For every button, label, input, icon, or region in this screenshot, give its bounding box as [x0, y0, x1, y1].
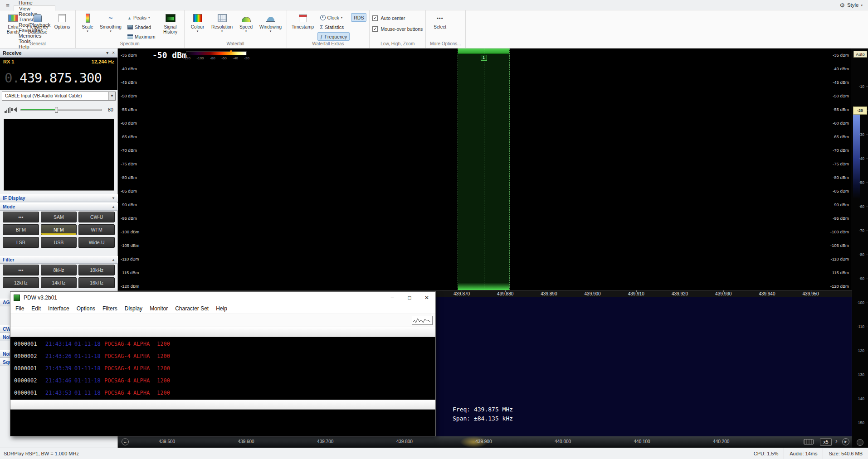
menu-item-help[interactable]: Help [212, 305, 231, 312]
minimize-button[interactable]: – [384, 292, 401, 304]
menu-item-monitor[interactable]: Monitor [146, 305, 171, 312]
app-menu-icon[interactable]: ≡ [2, 0, 14, 10]
tab-home[interactable]: Home [14, 0, 55, 5]
gear-icon [839, 2, 845, 9]
select-button[interactable]: Select [429, 11, 451, 30]
statistics-button[interactable]: Statistics [317, 23, 350, 31]
shaded-button[interactable]: Shaded [125, 23, 158, 31]
scale-tick-label: -150 [857, 420, 864, 425]
spectrum-freq-label: 439.920 [672, 291, 688, 296]
mode-button-wfm[interactable]: WFM [78, 224, 115, 235]
peaks-button[interactable]: Peaks ▾ [125, 13, 158, 22]
auto-center-checkbox[interactable]: ✓ Auto center [372, 13, 405, 23]
volume-slider[interactable] [20, 109, 102, 111]
mode-button-nfm[interactable]: NFM [41, 224, 77, 235]
timestamp-button[interactable]: Timestamp [290, 11, 316, 30]
colour-button[interactable]: Colour ▾ [187, 11, 208, 33]
pdw-message-row[interactable]: 000000221:43:2601-11-18POCSAG-4ALPHA1200… [10, 351, 435, 363]
receive-panel-header[interactable]: Receive ▾ × [0, 48, 117, 58]
spectrum-display[interactable]: -35 dBm-40 dBm-45 dBm-50 dBm-55 dBm-60 d… [118, 48, 852, 297]
rx-filter-band[interactable]: 1 [458, 48, 510, 290]
pdw-message-row[interactable]: 000000221:43:4601-11-18POCSAG-4ALPHA1200… [10, 375, 435, 387]
smoothing-button[interactable]: Smoothing ▾ [98, 11, 123, 33]
rx-label: RX 1 [3, 59, 14, 64]
filter-button-more[interactable]: ••• [3, 265, 39, 275]
section-if-display[interactable]: IF Display ▼ [0, 194, 118, 202]
rds-button[interactable]: RDS [351, 13, 366, 22]
pdw-filtered-header[interactable] [10, 400, 435, 410]
resolution-icon [218, 14, 227, 22]
windowing-button[interactable]: Windowing ▾ [258, 11, 284, 33]
band-navigation-bar[interactable]: ← 439.500439.600439.700439.800439.900440… [118, 436, 852, 448]
scale-tick-label: -70 [859, 228, 864, 233]
frequency-display[interactable]: 0.439.875.300 [0, 66, 117, 90]
resolution-button[interactable]: Resolution ▾ [210, 11, 235, 33]
maximum-button[interactable]: Maximum [125, 32, 158, 41]
sigma-icon [320, 24, 323, 30]
mode-button-more[interactable]: ••• [3, 212, 39, 222]
filter-button-12khz[interactable]: 12kHz [3, 277, 39, 288]
signal-history-button[interactable]: Signal History [160, 11, 181, 35]
frequency-button[interactable]: Frequency [317, 32, 350, 41]
keyboard-icon[interactable] [804, 439, 814, 445]
pdw-title-bar[interactable]: PDW v3.2b01 – □ ✕ [10, 292, 435, 304]
menu-item-edit[interactable]: Edit [28, 305, 44, 312]
level-bars-icon[interactable] [5, 106, 10, 113]
audio-device-select[interactable]: CABLE Input (VB-Audio Virtual Cable) ▼ [2, 92, 116, 101]
speaker-icon[interactable] [14, 107, 17, 112]
mode-button-usb[interactable]: USB [41, 237, 77, 248]
section-filter[interactable]: Filter ▲ [0, 256, 118, 264]
arrow-left-circle-icon[interactable]: ← [122, 438, 129, 445]
pdw-message-row[interactable]: 000000121:43:1401-11-18POCSAG-4ALPHA1200… [10, 338, 435, 351]
pdw-filtered-list[interactable] [10, 410, 435, 436]
menu-item-file[interactable]: File [12, 305, 28, 312]
menu-item-interface[interactable]: Interface [44, 305, 73, 312]
scale-tick-label: -90 [859, 276, 864, 281]
menu-item-display[interactable]: Display [121, 305, 146, 312]
options-button[interactable]: Options [52, 11, 73, 30]
pdw-message-row[interactable]: 000000121:43:5301-11-18POCSAG-4ALPHA1200… [10, 387, 435, 400]
band-freq-label: 439.600 [238, 439, 254, 444]
pdw-monitored-header[interactable] [10, 327, 435, 337]
pdw-message-row[interactable]: 000000121:43:3901-11-18POCSAG-4ALPHA1200… [10, 363, 435, 375]
filter-button-10khz[interactable]: 10kHz [78, 265, 115, 275]
play-circle-icon[interactable]: ▶ [842, 438, 849, 445]
chevron-right-icon[interactable]: › [835, 437, 838, 445]
dbm-label-right: -55 dBm [833, 107, 849, 112]
scale-knob-icon[interactable] [857, 439, 863, 446]
filter-button-14khz[interactable]: 14kHz [41, 277, 77, 288]
chevron-down-icon[interactable]: ▼ [108, 92, 115, 100]
collapse-icon[interactable]: ▾ [106, 50, 108, 55]
pdw-window[interactable]: PDW v3.2b01 – □ ✕ FileEditInterfaceOptio… [10, 291, 436, 436]
mode-button-cw-u[interactable]: CW-U [78, 212, 115, 222]
mode-button-sam[interactable]: SAM [41, 212, 77, 222]
extra-bands-button[interactable]: Extra Bands [3, 11, 24, 35]
auto-range-button[interactable]: Auto [853, 51, 867, 58]
zoom-x5-button[interactable]: x5 [820, 438, 832, 446]
rx-marker-badge[interactable]: 1 [481, 55, 487, 61]
filter-button-8khz[interactable]: 8kHz [41, 265, 77, 275]
pdw-message-list[interactable]: 000000121:43:1401-11-18POCSAG-4ALPHA1200… [10, 337, 435, 400]
mode-button-grid: •••SAMCW-UBFMNFMWFMLSBUSBWide-U [3, 212, 115, 248]
speed-button[interactable]: Speed ▾ [236, 11, 256, 33]
dbm-label-right: -110 dBm [831, 256, 849, 261]
close-button[interactable]: ✕ [418, 292, 435, 304]
menu-item-character-set[interactable]: Character Set [171, 305, 212, 312]
menu-item-options[interactable]: Options [73, 305, 99, 312]
menu-item-filters[interactable]: Filters [99, 305, 121, 312]
mouse-over-buttons-checkbox[interactable]: ✓ Mouse-over buttons [372, 24, 423, 34]
close-icon[interactable]: × [112, 50, 115, 55]
mode-button-wide-u[interactable]: Wide-U [78, 237, 115, 248]
scale-highlight-value[interactable]: -20 [853, 106, 867, 115]
mode-button-lsb[interactable]: LSB [3, 237, 39, 248]
section-mode[interactable]: Mode ▲ [0, 203, 118, 211]
clock-button[interactable]: Clock ▾ [317, 13, 350, 22]
scale-button[interactable]: Scale ▾ [78, 11, 97, 33]
maximize-button[interactable]: □ [401, 292, 418, 304]
volume-slider-thumb[interactable] [55, 107, 58, 113]
frequency-database-button[interactable]: Frequency Database [25, 11, 50, 35]
filter-button-16khz[interactable]: 16kHz [78, 277, 115, 288]
amplitude-scale-strip[interactable]: Auto -10-20-30-40-50-60-70-80-90-100-110… [852, 48, 868, 448]
mode-button-bfm[interactable]: BFM [3, 224, 39, 235]
style-button[interactable]: Style ▾ [834, 0, 868, 10]
